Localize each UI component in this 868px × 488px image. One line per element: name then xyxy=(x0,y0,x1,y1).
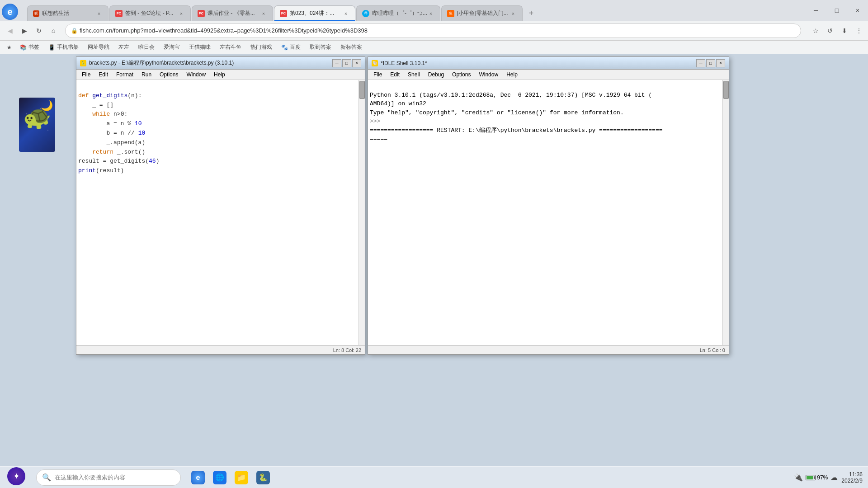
menu-help[interactable]: Help xyxy=(210,70,229,79)
tab6-favicon: 鱼 xyxy=(447,10,454,17)
menu-file[interactable]: File xyxy=(78,70,94,79)
menu-icon[interactable]: ⋮ xyxy=(854,25,864,36)
browser-chrome: e 联 联想酷生活 × FC 签到 - 鱼C论坛 - P... × FC 课后作… xyxy=(0,0,868,54)
tab2-close[interactable]: × xyxy=(178,10,185,17)
taskbar-python-app[interactable]: 🐍 xyxy=(253,468,273,488)
shell-minimize-btn[interactable]: ─ xyxy=(696,59,705,67)
bookmark-nav[interactable]: 网址导航 xyxy=(84,42,113,52)
start-button[interactable]: ✦ xyxy=(7,467,25,485)
new-tab-button[interactable]: + xyxy=(524,5,539,21)
tab3-close[interactable]: × xyxy=(260,10,267,17)
shell-menu-file[interactable]: File xyxy=(370,70,386,79)
bookmark-zuozuo[interactable]: 左左 xyxy=(115,42,133,52)
bookmark-star-icon[interactable]: ☆ xyxy=(810,25,821,36)
tab5-title: 哔哩哔哩（゜-゜）つ... xyxy=(372,9,427,17)
editor-brackets-statusbar: Ln: 8 Col: 22 xyxy=(76,345,365,354)
tab1-favicon: 联 xyxy=(33,10,39,17)
tab3-favicon: FC xyxy=(198,10,205,17)
python-emoji: 🐍 xyxy=(259,473,268,482)
menu-run[interactable]: Run xyxy=(138,70,155,79)
menu-format[interactable]: Format xyxy=(113,70,137,79)
bookmark-shujian[interactable]: 📚 书签 xyxy=(16,42,43,52)
search-icon: 🔍 xyxy=(42,473,51,482)
tab-fish[interactable]: 鱼 [小甲鱼]零基础入门... × xyxy=(441,5,523,21)
bookmark-qudao[interactable]: 取到答案 xyxy=(306,42,335,52)
taskbar-internet-app[interactable]: 🌐 xyxy=(210,468,230,488)
baidu-icon: 🐾 xyxy=(281,44,288,51)
tab4-favicon: FC xyxy=(280,10,287,17)
shell-menu-options[interactable]: Options xyxy=(448,70,474,79)
editor-brackets-menu: File Edit Format Run Options Window Help xyxy=(76,70,365,80)
editor-brackets-scrollbar[interactable] xyxy=(359,80,365,345)
bookmark-weiri[interactable]: 唯日会 xyxy=(135,42,158,52)
editor-minimize-btn[interactable]: ─ xyxy=(332,59,341,67)
editor-brackets-title: brackets.py - E:\编程序\python\brackets\bra… xyxy=(89,59,332,67)
tab2-title: 签到 - 鱼C论坛 - P... xyxy=(125,9,178,17)
taskbar-browser-app[interactable]: e xyxy=(188,468,208,488)
bookmark-hotgames[interactable]: 热门游戏 xyxy=(247,42,276,52)
editor-maximize-btn[interactable]: □ xyxy=(342,59,351,67)
bookmark-wangmao[interactable]: 王猫猫味 xyxy=(185,42,214,52)
editor-brackets-win-buttons: ─ □ × xyxy=(332,59,361,67)
shell-title: *IDLE Shell 3.10.1* xyxy=(381,60,696,66)
bookmark-xin[interactable]: 新标答案 xyxy=(337,42,366,52)
taskbar-systray-area: 🔌 97% ☁ 11:36 2022/2/9 xyxy=(794,471,868,484)
shell-maximize-btn[interactable]: □ xyxy=(706,59,715,67)
menu-options[interactable]: Options xyxy=(156,70,182,79)
tab4-close[interactable]: × xyxy=(342,10,349,17)
tab1-close[interactable]: × xyxy=(95,10,103,17)
minimize-button[interactable]: ─ xyxy=(806,0,826,21)
shell-close-btn[interactable]: × xyxy=(716,59,725,67)
tab5-close[interactable]: × xyxy=(427,10,434,17)
home-button[interactable]: ⌂ xyxy=(47,24,60,37)
maximize-button[interactable]: □ xyxy=(826,0,847,21)
cloud-icon[interactable]: ☁ xyxy=(830,473,838,482)
network-icon[interactable]: 🔌 xyxy=(794,473,803,482)
avatar-image: 🌙 🐢 xyxy=(19,98,55,152)
forward-button[interactable]: ▶ xyxy=(18,24,31,37)
shell-menu-help[interactable]: Help xyxy=(503,70,521,79)
back-button[interactable]: ◀ xyxy=(4,24,16,37)
download-icon[interactable]: ⬇ xyxy=(839,25,850,36)
navigation-bar: ◀ ▶ ↻ ⌂ 🔒 ☆ ↺ ⬇ ⋮ xyxy=(0,21,868,41)
shell-menu-debug[interactable]: Debug xyxy=(425,70,448,79)
history-icon[interactable]: ↺ xyxy=(825,25,835,36)
tab-bilibili[interactable]: 哔 哔哩哔哩（゜-゜）つ... × xyxy=(356,5,440,21)
shell-window: 🐚 *IDLE Shell 3.10.1* ─ □ × File Edit Sh… xyxy=(368,56,729,355)
clock[interactable]: 11:36 2022/2/9 xyxy=(841,471,863,484)
address-bar[interactable] xyxy=(80,27,795,34)
tab6-close[interactable]: × xyxy=(509,10,517,17)
menu-edit[interactable]: Edit xyxy=(95,70,112,79)
battery-tip xyxy=(814,476,815,479)
main-content: e ♥ 🌙 🐢 3200 主题 1万 帖子 4 荣 xyxy=(0,54,868,466)
shell-scrollbar[interactable] xyxy=(722,80,729,345)
shell-content[interactable]: Python 3.10.1 (tags/v3.10.1:2cd268a, Dec… xyxy=(368,80,722,345)
shell-menu-shell[interactable]: Shell xyxy=(404,70,424,79)
editor-brackets: 🐍 brackets.py - E:\编程序\python\brackets\b… xyxy=(76,56,365,355)
taskbar: ✦ 🔍 e 🌐 📁 🐍 🔌 xyxy=(0,466,868,488)
bookmark-aitao[interactable]: 爱淘宝 xyxy=(160,42,184,52)
window-controls: ─ □ × xyxy=(806,0,868,21)
editor-close-btn[interactable]: × xyxy=(352,59,361,67)
search-input[interactable] xyxy=(55,474,175,481)
tab-homework[interactable]: FC 课后作业 - 《零基... × xyxy=(192,5,273,21)
address-bar-container: 🔒 xyxy=(65,23,801,38)
refresh-button[interactable]: ↻ xyxy=(33,24,45,37)
bookmark-phonebooks[interactable]: 📱 手机书架 xyxy=(45,42,82,52)
shell-menu-window[interactable]: Window xyxy=(475,70,502,79)
tab2-favicon: FC xyxy=(115,10,123,17)
tab-signin[interactable]: FC 签到 - 鱼C论坛 - P... × xyxy=(109,5,191,21)
shell-menu-edit[interactable]: Edit xyxy=(387,70,403,79)
tab-lianxiang[interactable]: 联 联想酷生活 × xyxy=(27,5,108,21)
taskbar-explorer-app[interactable]: 📁 xyxy=(231,468,251,488)
tab-lecture[interactable]: FC 第023、024讲：... × xyxy=(274,5,355,21)
bookmark-baidu[interactable]: 🐾 百度 xyxy=(278,42,304,52)
bookmark-folder-icon[interactable]: ★ xyxy=(4,42,14,53)
bookmark-douyu[interactable]: 左右斗鱼 xyxy=(216,42,245,52)
internet-icon: 🌐 xyxy=(213,471,226,484)
shell-statusbar: Ln: 5 Col: 0 xyxy=(368,345,729,354)
editor-brackets-content[interactable]: def get_digits(n): _ = [] while n>0: a =… xyxy=(76,80,359,345)
menu-window[interactable]: Window xyxy=(183,70,209,79)
tab4-title: 第023、024讲：... xyxy=(290,9,342,17)
close-button[interactable]: × xyxy=(847,0,868,21)
